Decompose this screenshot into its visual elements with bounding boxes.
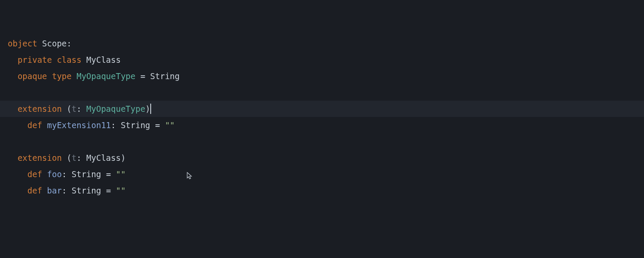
- code-editor[interactable]: object Scope: private class MyClass opaq…: [0, 0, 644, 258]
- code-line[interactable]: def foo: String = "": [8, 166, 644, 182]
- colon: :: [67, 39, 71, 48]
- keyword-extension: extension: [18, 153, 62, 163]
- equals: =: [106, 169, 111, 179]
- keyword-class: class: [57, 55, 81, 64]
- code-line[interactable]: object Scope:: [8, 35, 644, 52]
- keyword-private: private: [18, 55, 52, 64]
- equals: =: [106, 186, 111, 195]
- colon: :: [111, 120, 115, 130]
- keyword-extension: extension: [18, 104, 62, 114]
- rparen: ): [121, 153, 125, 163]
- colon: :: [62, 169, 67, 179]
- code-line[interactable]: def bar: String = "": [8, 182, 644, 199]
- code-line[interactable]: private class MyClass: [8, 52, 644, 68]
- rparen: ): [145, 104, 150, 114]
- keyword-type: type: [52, 71, 72, 81]
- function-bar: bar: [47, 186, 62, 195]
- type-string: String: [150, 71, 180, 81]
- text-caret: [150, 104, 151, 114]
- type-myopaquetype: MyOpaqueType: [86, 104, 145, 114]
- type-myopaquetype: MyOpaqueType: [76, 71, 135, 81]
- code-line[interactable]: opaque type MyOpaqueType = String: [8, 68, 644, 84]
- keyword-def: def: [27, 120, 42, 130]
- type-string: String: [72, 169, 101, 179]
- code-line[interactable]: extension (t: MyClass): [8, 150, 644, 166]
- colon: :: [76, 104, 81, 114]
- code-line-active[interactable]: extension (t: MyOpaqueType): [0, 101, 644, 117]
- param-t: t: [72, 153, 76, 163]
- identifier-myclass: MyClass: [86, 55, 121, 64]
- string-literal: "": [116, 186, 126, 195]
- lparen: (: [67, 153, 71, 163]
- type-string: String: [121, 120, 150, 130]
- keyword-def: def: [27, 186, 42, 195]
- lparen: (: [67, 104, 71, 114]
- code-line-blank[interactable]: [8, 133, 644, 150]
- colon: :: [62, 186, 67, 195]
- function-myextension11: myExtension11: [47, 120, 111, 130]
- string-literal: "": [165, 120, 175, 130]
- colon: :: [76, 153, 81, 163]
- type-myclass: MyClass: [86, 153, 121, 163]
- keyword-opaque: opaque: [18, 71, 47, 81]
- equals: =: [155, 120, 160, 130]
- keyword-object: object: [8, 39, 37, 48]
- code-line-blank[interactable]: [8, 84, 644, 101]
- function-foo: foo: [47, 169, 62, 179]
- identifier-scope: Scope: [42, 39, 67, 48]
- equals: =: [140, 71, 145, 81]
- string-literal: "": [116, 169, 126, 179]
- param-t: t: [72, 104, 76, 114]
- type-string: String: [72, 186, 101, 195]
- code-line[interactable]: def myExtension11: String = "": [8, 117, 644, 133]
- keyword-def: def: [27, 169, 42, 179]
